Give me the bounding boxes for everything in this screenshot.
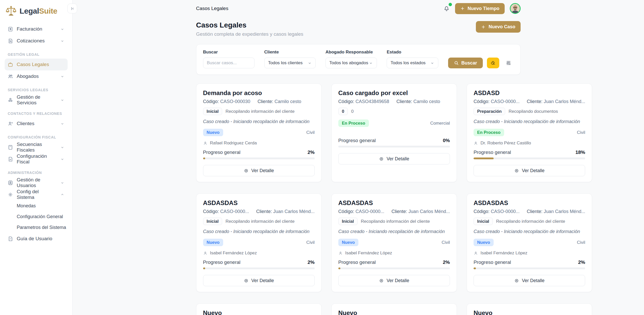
status-badge: Nuevo: [203, 239, 223, 246]
case-card: Nuevo Código:CASO-0000...Cliente:Juan Ca…: [467, 303, 592, 315]
clear-filters-button[interactable]: [487, 58, 499, 68]
chevron-down-icon: [60, 39, 65, 43]
progress-block: Progreso general2%: [474, 256, 585, 269]
sidebar-item-configuracion-fiscal[interactable]: Configuración Fiscal: [5, 153, 68, 165]
sidebar-item-label: Facturación: [17, 26, 42, 32]
chevron-down-icon: [60, 74, 65, 79]
view-detail-label: Ver Detalle: [387, 278, 409, 283]
status-badge: Nuevo: [203, 129, 223, 136]
lawyer-select[interactable]: Todos los abogados: [325, 58, 377, 68]
progress-fill: [474, 267, 476, 269]
stage-badge: 0: [338, 108, 348, 115]
sidebar-subitem-monedas[interactable]: Monedas: [5, 200, 68, 211]
view-detail-button[interactable]: Ver Detalle: [203, 275, 315, 286]
case-card: ASDASDAS Código:CASO-0000...Cliente:Juan…: [331, 193, 457, 292]
sidebar-section-servicios-legales: SERVICIOS LEGALES: [8, 88, 65, 92]
sidebar-item-clientes[interactable]: Clientes: [5, 118, 68, 129]
chevron-down-icon: [369, 61, 373, 65]
sidebar-item-gestion-usuarios[interactable]: Gestión de Usuarios: [5, 177, 68, 189]
view-detail-button[interactable]: Ver Detalle: [474, 275, 585, 286]
sidebar-item-config-sistema[interactable]: Config del Sistema: [5, 189, 68, 200]
case-title: Nuevo: [474, 309, 585, 315]
app-root: LegalSuite Facturación Cotizaciones GEST…: [0, 0, 644, 315]
view-detail-label: Ver Detalle: [251, 168, 274, 173]
sidebar-item-gestion-servicios[interactable]: Gestión de Servicios: [5, 94, 68, 106]
sidebar-item-abogados[interactable]: Abogados: [5, 70, 68, 82]
case-code: CASO-0000...: [491, 209, 520, 214]
sidebar-subitem-label: Configuración General: [17, 214, 63, 219]
progress-bar: [474, 158, 585, 159]
lawyer-name: Rafael Rodriguez Cerda: [210, 141, 257, 146]
new-case-button[interactable]: Nuevo Caso: [476, 21, 520, 33]
sidebar-item-cotizaciones[interactable]: Cotizaciones: [5, 35, 68, 47]
stage-badge: Inicial: [338, 218, 358, 225]
progress-fill: [338, 267, 341, 269]
stage-badge: Inicial: [203, 108, 222, 115]
online-status-dot: [449, 3, 452, 6]
sidebar-subitem-parametros-sistema[interactable]: Parametros del Sistema: [5, 222, 68, 233]
sidebar-section-contactos: CONTACTOS Y RELACIONES: [8, 112, 65, 116]
notifications-button[interactable]: [443, 5, 450, 12]
case-client: Juan Carlos Ménd...: [544, 99, 585, 104]
search-button[interactable]: Buscar: [448, 58, 483, 68]
case-title: ASDASDAS: [474, 199, 585, 207]
lawyer-name: Dr. Roberto Pérez Castillo: [480, 141, 531, 146]
case-client: Camilo cesto: [275, 99, 301, 104]
sidebar-item-casos-legales[interactable]: Casos Legales: [5, 59, 68, 70]
progress-percent: 2%: [307, 260, 314, 265]
sidebar-item-label: Gestión de Servicios: [17, 94, 57, 106]
stage-badge: Inicial: [474, 218, 493, 225]
brand-name-secondary: Suite: [39, 7, 57, 15]
sidebar-item-guia-usuario[interactable]: ? Guía de Usuario: [5, 233, 68, 245]
calculator-icon: [8, 145, 13, 150]
client-select[interactable]: Todos los clientes: [264, 58, 316, 68]
status-select-value: Todos los estados: [391, 60, 425, 66]
sidebar-item-secuencias-fiscales[interactable]: Secuencias Fiscales: [5, 141, 68, 153]
sidebar-item-label: Gestión de Usuarios: [17, 177, 57, 188]
search-input[interactable]: [203, 58, 255, 68]
case-card: ASDASDAS Código:CASO-0000...Cliente:Juan…: [467, 193, 592, 292]
sidebar-subitem-configuracion-general[interactable]: Configuración General: [5, 211, 68, 222]
progress-label: Progreso general: [203, 260, 241, 265]
sidebar-item-facturacion[interactable]: Facturación: [5, 23, 68, 35]
advanced-filters-button[interactable]: [503, 58, 514, 68]
sidebar-nav: Facturación Cotizaciones GESTIÓN LEGAL C…: [5, 23, 68, 245]
code-label: Código:: [203, 209, 219, 214]
status-badge: Nuevo: [474, 239, 494, 246]
new-time-button[interactable]: Nuevo Tiempo: [455, 3, 505, 14]
user-avatar[interactable]: [510, 3, 521, 14]
stage-note: Recopilando información del cliente: [496, 219, 565, 224]
case-category: Comercial: [430, 121, 450, 126]
view-detail-button[interactable]: Ver Detalle: [203, 165, 315, 176]
code-label: Código:: [338, 99, 354, 104]
case-card: ASDASD Código:CASO-0000...Cliente:Juan C…: [467, 84, 592, 182]
case-note: Caso creado - Iniciando recopilación de …: [338, 229, 450, 234]
brand-name: LegalSuite: [20, 7, 57, 15]
user-badge-icon: [8, 180, 13, 186]
search-button-label: Buscar: [461, 60, 477, 66]
progress-percent: 18%: [575, 150, 585, 155]
chevron-down-icon: [60, 27, 65, 31]
sidebar-section-gestion-legal: GESTIÓN LEGAL: [8, 52, 65, 57]
view-detail-button[interactable]: Ver Detalle: [338, 275, 450, 286]
search-label: Buscar: [203, 50, 255, 55]
case-card: Demanda por acoso Código:CASO-000030Clie…: [196, 84, 322, 182]
chevron-down-icon: [307, 61, 312, 65]
main-area: Casos Legales Nuevo Tiempo: [72, 0, 644, 315]
sidebar: LegalSuite Facturación Cotizaciones GEST…: [0, 0, 72, 315]
gear-icon: [8, 192, 13, 197]
filter-panel: Buscar Cliente Todos los clientes Abogad…: [196, 44, 521, 75]
progress-fill: [474, 158, 494, 159]
status-select[interactable]: Todos los estados: [387, 58, 438, 68]
sidebar-item-label: Config del Sistema: [17, 189, 57, 200]
view-detail-button[interactable]: Ver Detalle: [474, 165, 585, 176]
case-title: Nuevo: [203, 309, 315, 315]
case-code: CASO-0000...: [220, 209, 249, 214]
stage-note: Recopilando documentos: [509, 109, 558, 114]
sidebar-collapse-button[interactable]: [67, 4, 77, 13]
case-title: Nuevo: [338, 309, 450, 315]
status-field: Estado Todos los estados: [387, 50, 438, 68]
view-detail-button[interactable]: Ver Detalle: [338, 153, 450, 164]
sidebar-item-label: Secuencias Fiscales: [17, 142, 57, 153]
lawyer-row: Rafael Rodriguez Cerda: [203, 141, 315, 146]
